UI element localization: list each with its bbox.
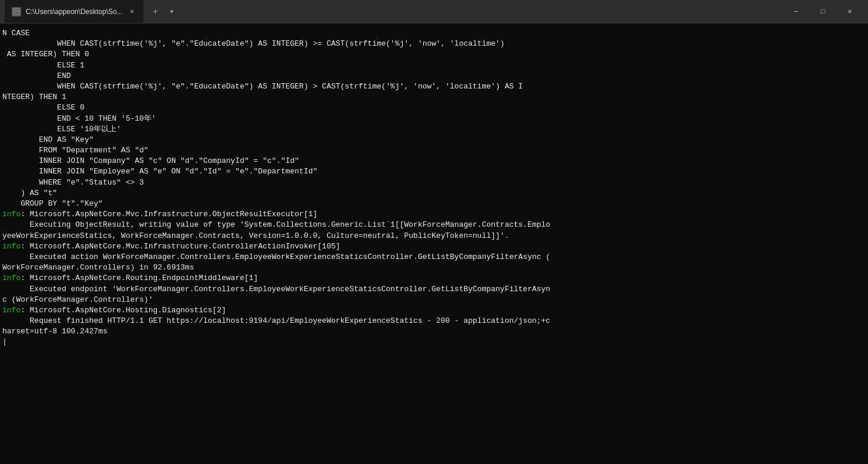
- terminal-line: FROM "Department" AS "d": [2, 145, 866, 156]
- terminal-output[interactable]: N CASE WHEN CAST(strftime('%j', "e"."Edu…: [0, 23, 868, 464]
- maximize-button[interactable]: □: [809, 0, 836, 23]
- terminal-line: info: Microsoft.AspNetCore.Hosting.Diagn…: [2, 305, 866, 316]
- terminal-line: N CASE: [2, 28, 866, 39]
- terminal-line: NTEGER) THEN 1: [2, 92, 866, 103]
- terminal-line: AS INTEGER) THEN 0: [2, 49, 866, 60]
- terminal-line: info: Microsoft.AspNetCore.Mvc.Infrastru…: [2, 209, 866, 220]
- terminal-line: WorkForceManager.Controllers) in 92.6913…: [2, 262, 866, 273]
- terminal-line: info: Microsoft.AspNetCore.Routing.Endpo…: [2, 273, 866, 284]
- terminal-line: WHERE "e"."Status" <> 3: [2, 178, 866, 188]
- terminal-line: INNER JOIN "Employee" AS "e" ON "d"."Id"…: [2, 166, 866, 177]
- terminal-line: harset=utf-8 100.2427ms: [2, 326, 866, 337]
- terminal-line: WHEN CAST(strftime('%j', "e"."EducateDat…: [2, 39, 866, 49]
- active-tab[interactable]: C:\Users\appeon\Desktop\So... ✕: [5, 0, 143, 23]
- terminal-line: ELSE 1: [2, 60, 866, 71]
- tab-close-button[interactable]: ✕: [127, 7, 136, 16]
- terminal-line: END: [2, 71, 866, 81]
- terminal-line: Executed endpoint 'WorkForceManager.Cont…: [2, 284, 866, 295]
- terminal-line: Executing ObjectResult, writing value of…: [2, 220, 866, 230]
- terminal-line: ELSE '10年以上': [2, 124, 866, 135]
- terminal-line: Executed action WorkForceManager.Control…: [2, 252, 866, 262]
- terminal-line: ) AS "t": [2, 188, 866, 199]
- close-button[interactable]: ✕: [836, 0, 863, 23]
- terminal-line: END AS "Key": [2, 135, 866, 145]
- tab-actions: + ▾: [143, 5, 183, 19]
- terminal-line: WHEN CAST(strftime('%j', "e"."EducateDat…: [2, 81, 866, 92]
- terminal-line: c (WorkForceManager.Controllers)': [2, 295, 866, 305]
- terminal-line: info: Microsoft.AspNetCore.Mvc.Infrastru…: [2, 241, 866, 252]
- title-bar: C:\Users\appeon\Desktop\So... ✕ + ▾ ─ □ …: [0, 0, 868, 23]
- dropdown-button[interactable]: ▾: [164, 5, 179, 19]
- tab-title: C:\Users\appeon\Desktop\So...: [26, 8, 122, 16]
- new-tab-button[interactable]: +: [148, 5, 162, 19]
- minimize-button[interactable]: ─: [783, 0, 809, 23]
- tab-icon: [12, 7, 21, 16]
- terminal-line: END < 10 THEN '5-10年': [2, 114, 866, 124]
- terminal-line: INNER JOIN "Company" AS "c" ON "d"."Comp…: [2, 156, 866, 166]
- terminal-line: yeeWorkExperienceStatics, WorkForceManag…: [2, 231, 866, 241]
- window-controls: ─ □ ✕: [783, 0, 863, 23]
- terminal-line: [2, 337, 866, 347]
- terminal-line: GROUP BY "t"."Key": [2, 199, 866, 209]
- terminal-line: Request finished HTTP/1.1 GET https://lo…: [2, 316, 866, 326]
- terminal-line: ELSE 0: [2, 103, 866, 113]
